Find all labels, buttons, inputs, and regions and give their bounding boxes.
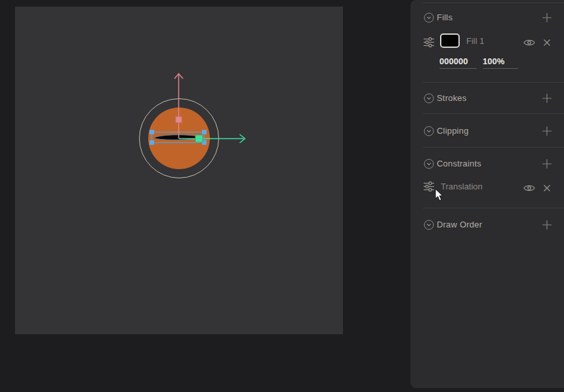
panel-top-divider [423, 3, 564, 3]
chevron-down-icon[interactable] [424, 220, 434, 230]
add-clipping-button[interactable] [542, 126, 552, 136]
add-draw-order-button[interactable] [542, 220, 552, 230]
constraint-item-row: Translation [411, 180, 564, 198]
eye-icon[interactable] [523, 37, 535, 45]
section-divider [423, 147, 564, 147]
chevron-down-icon[interactable] [424, 93, 434, 104]
options-sliders-icon[interactable] [423, 181, 435, 192]
section-constraints: Constraints [411, 157, 564, 171]
bounds-handle-top-right[interactable] [202, 130, 207, 134]
chevron-down-icon[interactable] [424, 12, 434, 23]
section-divider [423, 82, 564, 83]
section-strokes: Strokes [411, 91, 564, 106]
section-divider [423, 113, 564, 114]
stage-overlay [0, 0, 411, 392]
fill-color-swatch[interactable] [440, 33, 460, 48]
add-stroke-button[interactable] [542, 93, 552, 104]
y-axis-handle[interactable] [176, 117, 182, 123]
section-label: Draw Order [437, 220, 482, 229]
fill-hex-input[interactable] [439, 55, 477, 69]
chevron-down-icon[interactable] [424, 159, 434, 169]
fill-name-label: Fill 1 [466, 36, 484, 46]
fill-item-row: Fill 1 [411, 33, 564, 52]
section-label: Strokes [437, 93, 466, 103]
section-divider [423, 208, 564, 208]
canvas-viewport[interactable] [0, 0, 411, 392]
section-label: Fills [437, 12, 453, 22]
close-icon[interactable] [543, 183, 551, 191]
section-fills: Fills [411, 10, 564, 25]
options-sliders-icon[interactable] [423, 37, 435, 48]
section-clipping: Clipping [411, 124, 564, 138]
close-icon[interactable] [543, 37, 551, 45]
add-fill-button[interactable] [542, 12, 552, 23]
bounds-handle-top-left[interactable] [150, 130, 154, 134]
section-label: Constraints [437, 159, 481, 168]
eye-icon[interactable] [523, 183, 535, 191]
add-constraint-button[interactable] [542, 159, 552, 169]
inspector-panel: Fills Fill 1 Strokes [411, 0, 564, 388]
fill-values-row [411, 55, 564, 71]
bounds-handle-bottom-left[interactable] [150, 140, 154, 145]
section-label: Clipping [437, 126, 469, 136]
section-draw-order: Draw Order [411, 218, 564, 232]
fill-opacity-input[interactable] [483, 55, 518, 69]
x-axis-handle[interactable] [195, 135, 203, 142]
rive-editor-window: { "panel": { "sections": { "fills": { "l… [0, 0, 564, 392]
chevron-down-icon[interactable] [424, 126, 434, 136]
constraint-name-label: Translation [441, 182, 483, 191]
